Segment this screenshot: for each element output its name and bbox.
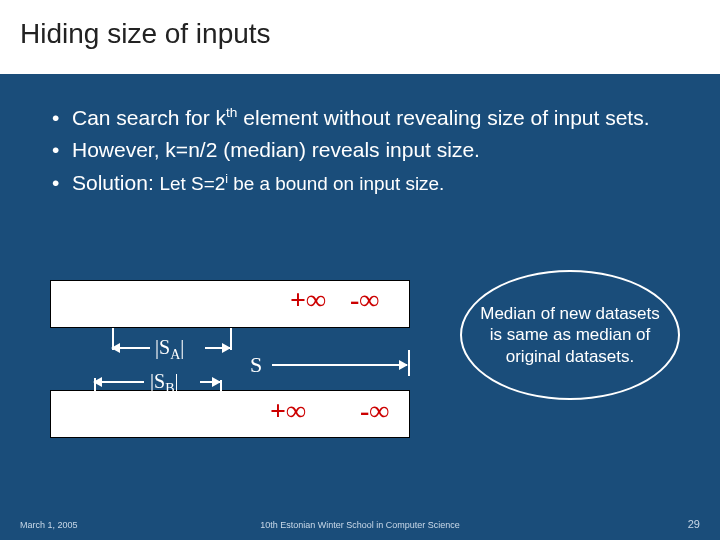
label-SB: |SB| [150, 370, 179, 397]
bullet-list: Can search for kth element without revea… [50, 104, 690, 197]
minus-infinity-top: -∞ [350, 284, 379, 316]
arrow-S [272, 364, 407, 366]
callout-oval: Median of new datasets is same as median… [460, 270, 680, 400]
footer-venue: 10th Estonian Winter School in Computer … [260, 520, 460, 530]
label-S: S [250, 352, 262, 378]
tick-S-end [408, 350, 410, 376]
callout-text: Median of new datasets is same as median… [478, 303, 662, 367]
minus-infinity-bottom: -∞ [360, 395, 389, 427]
bullet-1: Can search for kth element without revea… [50, 104, 690, 132]
arrow-SB-right [200, 381, 220, 383]
label-SA: |SA| [155, 336, 184, 363]
arrow-SB-left [94, 381, 144, 383]
dataset-bar-B [50, 390, 410, 438]
footer-page-number: 29 [688, 518, 700, 530]
plus-infinity-bottom: +∞ [270, 395, 306, 427]
bullet-2: However, k=n/2 (median) reveals input si… [50, 136, 690, 164]
slide-title: Hiding size of inputs [20, 18, 700, 50]
title-bar: Hiding size of inputs [0, 0, 720, 74]
diagram: +∞ -∞ +∞ -∞ |SA| |SB| S Median of new da… [40, 270, 680, 480]
slide-body: Can search for kth element without revea… [0, 74, 720, 197]
footer-date: March 1, 2005 [20, 520, 78, 530]
plus-infinity-top: +∞ [290, 284, 326, 316]
arrow-SA-left [112, 347, 150, 349]
bullet-3: Solution: Let S=2i be a bound on input s… [50, 169, 690, 197]
arrow-SA-right [205, 347, 230, 349]
